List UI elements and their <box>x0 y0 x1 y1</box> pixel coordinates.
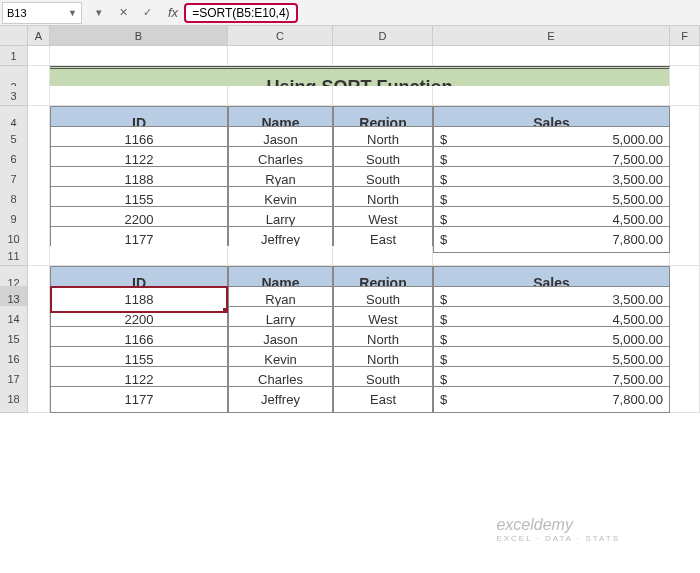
cell-B11[interactable] <box>50 246 228 266</box>
cancel-icon[interactable]: ✕ <box>114 4 132 22</box>
dropdown-icon[interactable]: ▾ <box>90 4 108 22</box>
col-header-B[interactable]: B <box>50 26 228 46</box>
cell-E3[interactable] <box>433 86 670 106</box>
t2-r5-id[interactable]: 1177 <box>50 386 228 413</box>
formula-bar[interactable]: =SORT(B5:E10,4) <box>184 3 298 23</box>
row-header-11[interactable]: 11 <box>0 246 28 266</box>
col-header-F[interactable]: F <box>670 26 700 46</box>
cell-reference: B13 <box>7 7 27 19</box>
t2-r0-id[interactable]: 1188 <box>50 286 228 313</box>
t2-r5-sales[interactable]: $7,800.00 <box>433 386 670 413</box>
cell-F1[interactable] <box>670 46 700 66</box>
cell-C3[interactable] <box>228 86 333 106</box>
cell-D11[interactable] <box>333 246 433 266</box>
col-header-D[interactable]: D <box>333 26 433 46</box>
col-header-E[interactable]: E <box>433 26 670 46</box>
cell-D3[interactable] <box>333 86 433 106</box>
cell-C1[interactable] <box>228 46 333 66</box>
t1-r5-sales[interactable]: $7,800.00 <box>433 226 670 253</box>
cell-A18[interactable] <box>28 386 50 413</box>
cell-A11[interactable] <box>28 246 50 266</box>
col-header-A[interactable]: A <box>28 26 50 46</box>
fx-icon[interactable]: fx <box>168 5 178 20</box>
formula-text: =SORT(B5:E10,4) <box>192 6 290 20</box>
row-header-3[interactable]: 3 <box>0 86 28 106</box>
col-header-C[interactable]: C <box>228 26 333 46</box>
cell-F3[interactable] <box>670 86 700 106</box>
cell-E1[interactable] <box>433 46 670 66</box>
cell-C11[interactable] <box>228 246 333 266</box>
confirm-icon[interactable]: ✓ <box>138 4 156 22</box>
cell-A1[interactable] <box>28 46 50 66</box>
cell-B3[interactable] <box>50 86 228 106</box>
row-header-18[interactable]: 18 <box>0 386 28 413</box>
name-box[interactable]: B13 ▼ <box>2 2 82 24</box>
cell-D1[interactable] <box>333 46 433 66</box>
row-header-1[interactable]: 1 <box>0 46 28 66</box>
select-all-corner[interactable] <box>0 26 28 46</box>
cell-F18[interactable] <box>670 386 700 413</box>
chevron-down-icon[interactable]: ▼ <box>68 8 77 18</box>
watermark: exceldemy EXCEL · DATA · STATS <box>496 516 620 543</box>
t2-r5-region[interactable]: East <box>333 386 433 413</box>
cell-B1[interactable] <box>50 46 228 66</box>
t2-r5-name[interactable]: Jeffrey <box>228 386 333 413</box>
worksheet-grid[interactable]: A B C D E F 1 2 Using SORT Function 3 4 … <box>0 26 700 406</box>
cell-A3[interactable] <box>28 86 50 106</box>
cell-F11[interactable] <box>670 246 700 266</box>
